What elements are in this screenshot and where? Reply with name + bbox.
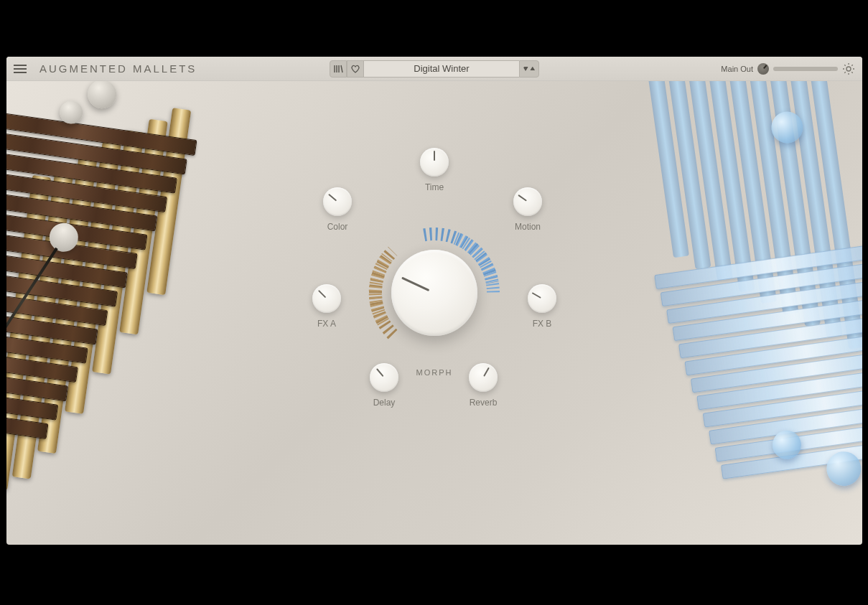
preset-library-icon[interactable] — [330, 60, 347, 78]
main-out-knob[interactable] — [757, 63, 769, 75]
crystal-artwork-right — [577, 81, 862, 545]
favorite-icon[interactable] — [347, 60, 364, 78]
fxa-knob[interactable] — [312, 284, 341, 313]
fxa-label: FX A — [317, 319, 336, 329]
main-out-volume-slider[interactable] — [773, 67, 838, 71]
reverb-label: Reverb — [470, 398, 498, 408]
fxb-knob[interactable] — [528, 284, 556, 313]
fxb-label: FX B — [533, 319, 552, 329]
main-out-label: Main Out — [721, 65, 753, 73]
color-label: Color — [327, 222, 348, 232]
morph-knob-group: MORPH — [366, 225, 503, 377]
delay-label: Delay — [373, 398, 396, 408]
time-label: Time — [425, 182, 444, 192]
svg-point-0 — [846, 67, 851, 71]
header-right-controls: Main Out — [721, 62, 855, 75]
hamburger-menu-icon[interactable] — [14, 61, 29, 77]
fxa-knob-group: FX A — [312, 284, 341, 329]
marimba-artwork-left — [6, 81, 321, 545]
motion-knob-group: Motion — [513, 187, 542, 232]
color-knob-group: Color — [323, 187, 352, 232]
header-bar: AUGMENTED MALLETS Digital Winter Main Ou… — [6, 57, 862, 81]
time-knob-group: Time — [420, 148, 449, 192]
main-view: Time Color Motion FX A FX B Delay — [6, 81, 862, 545]
plugin-window: AUGMENTED MALLETS Digital Winter Main Ou… — [6, 57, 862, 545]
preset-name-display[interactable]: Digital Winter — [364, 60, 519, 78]
motion-label: Motion — [515, 222, 541, 232]
morph-knob[interactable] — [391, 250, 477, 336]
preset-browser: Digital Winter — [330, 60, 539, 78]
time-knob[interactable] — [420, 148, 449, 177]
knob-cluster: Time Color Motion FX A FX B Delay — [284, 155, 585, 471]
color-knob[interactable] — [323, 187, 352, 216]
gear-icon[interactable] — [842, 62, 855, 75]
plugin-title: AUGMENTED MALLETS — [39, 62, 197, 75]
motion-knob[interactable] — [513, 187, 542, 216]
morph-label: MORPH — [416, 368, 453, 377]
fxb-knob-group: FX B — [528, 284, 556, 329]
preset-prev-next[interactable] — [519, 60, 539, 78]
